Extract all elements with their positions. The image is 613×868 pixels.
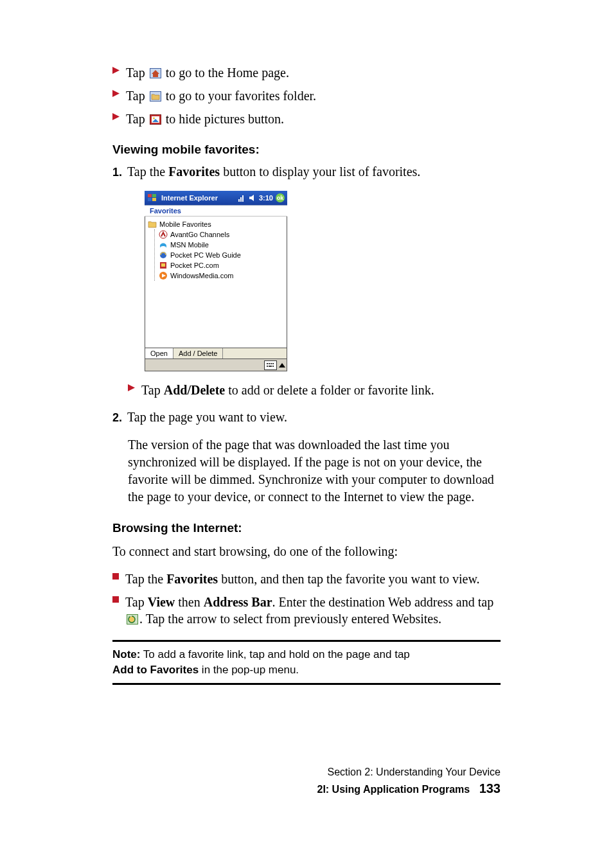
svg-rect-14 — [148, 198, 152, 201]
svg-rect-3 — [153, 74, 158, 77]
svg-rect-28 — [271, 363, 272, 364]
tree-item-webguide[interactable]: Pocket PC Web Guide — [159, 250, 284, 260]
browse-bullet-addressbar: Tap View then Address Bar. Enter the des… — [112, 594, 501, 627]
text: Tap — [126, 66, 148, 80]
home-icon — [150, 68, 161, 78]
svg-rect-35 — [112, 596, 119, 603]
screenshot-body: Mobile Favorites AvantGo Channels MSN Mo… — [145, 217, 287, 348]
tab-open[interactable]: Open — [145, 348, 173, 359]
pocket-pc-screenshot: Internet Explorer 3:10 ok Favorites Mobi… — [145, 191, 287, 371]
ie-icon — [159, 251, 168, 260]
footer-section: Section 2: Understanding Your Device — [317, 765, 501, 779]
triangle-bullet-icon — [128, 384, 135, 391]
browse-bullet-1-text: Tap View then Address Bar. Enter the des… — [125, 594, 501, 627]
triangle-bullet-icon — [112, 67, 120, 74]
up-arrow-icon[interactable] — [279, 363, 285, 368]
screenshot-title: Internet Explorer — [161, 194, 218, 202]
step-2: 2. Tap the page you want to view. — [112, 410, 501, 425]
signal-icon — [238, 194, 246, 202]
browsing-intro: To connect and start browsing, do one of… — [112, 543, 501, 560]
text: to go to the Home page. — [166, 66, 289, 80]
screenshot-titlebar: Internet Explorer 3:10 ok — [145, 191, 287, 205]
svg-rect-26 — [267, 363, 268, 364]
step-1: 1. Tap the Favorites button to display y… — [112, 164, 501, 179]
sub-bullet-list: Tap Add/Delete to add or delete a folder… — [128, 382, 501, 398]
tree-item-msn[interactable]: MSN Mobile — [159, 240, 284, 250]
screenshot-tabs: Open Add / Delete — [145, 348, 287, 359]
windows-logo-icon — [147, 193, 157, 203]
svg-rect-18 — [242, 195, 244, 202]
tree-item-windowsmedia[interactable]: WindowsMedia.com — [159, 270, 284, 281]
windowsmedia-icon — [159, 271, 168, 280]
speaker-icon — [249, 194, 256, 202]
triangle-bullet-icon — [112, 90, 120, 97]
tap-bullet-favorites: Tap to go to your favorites folder. — [112, 87, 501, 104]
svg-rect-34 — [112, 573, 119, 580]
footer-chapter: 2I: Using Application Programs — [317, 784, 470, 795]
square-bullet-icon — [112, 573, 119, 580]
svg-rect-32 — [272, 366, 274, 367]
svg-rect-13 — [152, 194, 156, 197]
tree-item-avantgo[interactable]: AvantGo Channels — [159, 229, 284, 240]
svg-marker-33 — [128, 384, 135, 391]
note-label: Note: — [112, 648, 140, 660]
browse-bullet-0-text: Tap the Favorites button, and then tap t… — [125, 571, 501, 587]
picture-icon — [150, 114, 161, 125]
tap-bullet-home: Tap to go to the Home page. — [112, 64, 501, 81]
step-number: 2. — [112, 411, 122, 425]
triangle-bullet-icon — [112, 113, 120, 120]
pocketpc-icon — [159, 261, 168, 270]
msn-icon — [159, 240, 168, 249]
text: to go to your favorites folder. — [166, 89, 316, 103]
go-icon — [127, 614, 138, 624]
folder-icon — [150, 91, 161, 102]
ok-button[interactable]: ok — [276, 193, 285, 202]
page-footer: Section 2: Understanding Your Device 2I:… — [317, 765, 501, 797]
note-box: Note: To add a favorite link, tap and ho… — [112, 640, 501, 685]
svg-rect-17 — [240, 197, 242, 202]
svg-marker-4 — [112, 90, 120, 97]
steps-list: 1. Tap the Favorites button to display y… — [112, 164, 501, 179]
svg-rect-30 — [267, 366, 268, 367]
svg-point-9 — [153, 118, 155, 120]
steps-list-2: 2. Tap the page you want to view. — [112, 410, 501, 425]
sub-bullet-add-delete: Tap Add/Delete to add or delete a folder… — [128, 382, 501, 398]
folder-icon — [148, 220, 157, 229]
text: to hide pictures button. — [166, 112, 284, 126]
tap-bullet-list: Tap to go to the Home page. Tap to go to… — [112, 64, 501, 127]
keyboard-icon[interactable] — [264, 360, 277, 370]
tab-add-delete[interactable]: Add / Delete — [173, 348, 224, 359]
text: Tap — [126, 89, 148, 103]
screenshot-subbar: Favorites — [145, 205, 287, 217]
page-number: 133 — [479, 781, 501, 795]
svg-rect-12 — [148, 194, 152, 197]
svg-rect-27 — [269, 363, 270, 364]
heading-viewing-favorites: Viewing mobile favorites: — [112, 143, 501, 157]
svg-marker-19 — [249, 195, 254, 201]
tap-bullet-pictures: Tap to hide pictures button. — [112, 111, 501, 127]
svg-rect-31 — [269, 366, 272, 367]
svg-rect-15 — [152, 198, 156, 201]
svg-marker-0 — [112, 67, 120, 74]
screenshot-bottombar — [145, 359, 287, 371]
browse-bullet-list: Tap the Favorites button, and then tap t… — [112, 571, 501, 627]
svg-rect-16 — [238, 199, 240, 202]
avantgo-icon — [159, 230, 168, 239]
tree-item-pocketpc[interactable]: Pocket PC.com — [159, 260, 284, 270]
tree-root[interactable]: Mobile Favorites — [148, 219, 284, 229]
svg-marker-6 — [112, 113, 120, 120]
square-bullet-icon — [112, 596, 119, 603]
svg-rect-23 — [161, 263, 165, 267]
svg-rect-29 — [272, 363, 274, 364]
step-number: 1. — [112, 166, 122, 179]
screenshot-time: 3:10 — [259, 194, 273, 202]
sync-paragraph: The version of the page that was downloa… — [128, 436, 501, 506]
heading-browsing: Browsing the Internet: — [112, 521, 501, 535]
browse-bullet-favorites: Tap the Favorites button, and then tap t… — [112, 571, 501, 587]
text: Tap — [126, 112, 148, 126]
